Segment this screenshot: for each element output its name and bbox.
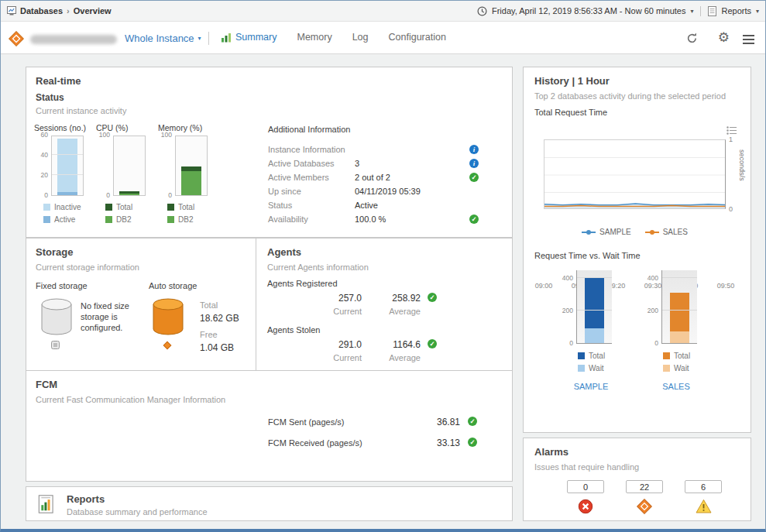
header-divider	[208, 32, 209, 45]
status-title: Status	[36, 92, 64, 103]
agents-registered-average: 258.92	[373, 293, 421, 304]
sales-database-link[interactable]: SALES	[643, 382, 709, 391]
ok-status-icon	[469, 173, 479, 182]
chart-plot	[175, 136, 208, 196]
auto-total-label: Total	[200, 300, 218, 310]
tab-memory-label: Memory	[297, 32, 331, 43]
info-row-label: Status	[268, 201, 292, 210]
total-request-time-chart[interactable]	[544, 139, 726, 209]
info-row-value: 2 out of 2	[355, 173, 390, 182]
agents-stolen-label: Agents Stolen	[267, 325, 321, 335]
request-vs-wait-label: Request Time vs. Wait Time	[534, 251, 641, 260]
fcm-panel: FCM Current Fast Communication Manager I…	[26, 370, 513, 482]
storage-title: Storage	[36, 246, 73, 258]
current-label: Current	[303, 307, 362, 316]
chart-menu-icon[interactable]	[726, 126, 737, 135]
agents-registered-label: Agents Registered	[267, 279, 338, 288]
databases-icon	[7, 6, 16, 15]
stacked-bar	[585, 278, 604, 343]
sessions-chart: Sessions (no.) 0204060 InactiveActive	[34, 123, 96, 228]
menu-icon[interactable]	[743, 33, 754, 46]
info-row-value: 04/11/2019 05:39	[355, 187, 421, 196]
breadcrumb-databases[interactable]: Databases	[20, 6, 63, 15]
gear-icon[interactable]: ⚙	[718, 31, 730, 44]
warning-count-value: 6	[701, 482, 706, 492]
chart-legend: TotalDB2	[158, 203, 220, 224]
fixed-storage-cylinder-icon	[39, 297, 74, 336]
instance-header: Whole Instance ▾ Summary Memory Log Conf…	[1, 21, 765, 54]
chart-plot	[661, 270, 697, 344]
info-icon[interactable]	[469, 159, 479, 168]
critical-alarm-count[interactable]: 22	[626, 480, 663, 493]
history-title: History | 1 Hour	[534, 75, 610, 87]
average-label: Average	[373, 353, 421, 362]
reports-panel[interactable]: Reports Database summary and performance	[26, 486, 513, 521]
realtime-title: Real-time	[36, 75, 81, 87]
info-row-label: Up since	[268, 187, 301, 196]
reports-panel-icon	[37, 494, 57, 514]
chart-legend: TotalWait	[643, 352, 709, 372]
memory-chart: Memory (%) 0100 TotalDB2	[158, 123, 220, 228]
ok-status-icon	[469, 215, 479, 224]
scope-selector[interactable]: Whole Instance ▾	[125, 33, 201, 44]
fatal-count-value: 0	[583, 482, 588, 492]
fixed-storage-message: No fixed size storage is configured.	[81, 300, 149, 333]
top-bar: Databases › Overview Friday, April 12, 2…	[1, 1, 765, 21]
chart-legend: TotalWait	[558, 352, 624, 372]
breadcrumb: Databases › Overview	[7, 1, 112, 21]
clock-icon	[477, 6, 487, 16]
realtime-panel: Real-time Status Current instance activi…	[26, 67, 513, 238]
time-range-caret-icon[interactable]: ▾	[690, 8, 693, 15]
reports-panel-title[interactable]: Reports	[67, 493, 105, 505]
info-icon[interactable]	[469, 145, 479, 154]
reports-panel-subtitle: Database summary and performance	[67, 507, 208, 517]
history-panel: History | 1 Hour Top 2 databases activit…	[523, 67, 751, 433]
agents-stolen-current: 291.0	[303, 339, 362, 350]
info-row-label: Active Databases	[268, 159, 335, 168]
alarms-title: Alarms	[534, 446, 568, 458]
reports-icon	[708, 6, 716, 16]
info-row-label: Availability	[268, 215, 308, 224]
sales-request-wait-chart[interactable]: 0200400 TotalWait SALES	[643, 269, 709, 391]
tab-configuration[interactable]: Configuration	[389, 32, 446, 43]
fatal-alarm-icon[interactable]	[578, 499, 593, 514]
info-row-label: Instance Information	[268, 145, 345, 154]
reports-caret-icon[interactable]: ▾	[756, 8, 759, 15]
tab-bar: Summary Memory Log Configuration	[221, 32, 446, 43]
fcm-subtitle: Current Fast Communication Manager Infor…	[36, 395, 225, 404]
fixed-storage-label: Fixed storage	[36, 281, 88, 290]
info-row-value: 100.0 %	[355, 215, 386, 224]
warning-alarm-icon[interactable]	[696, 499, 712, 514]
summary-icon	[221, 32, 232, 43]
tab-log[interactable]: Log	[352, 32, 369, 43]
chart-plot	[576, 270, 612, 344]
fcm-received-value: 33.13	[398, 438, 460, 448]
time-range-selector[interactable]: Friday, April 12, 2019 8:56:33 AM - Now …	[492, 6, 685, 15]
agents-subtitle: Current Agents information	[267, 263, 369, 272]
reports-menu[interactable]: Reports	[721, 6, 751, 15]
critical-alarm-icon[interactable]	[637, 499, 652, 514]
history-subtitle: Top 2 databases activity during the sele…	[534, 91, 744, 101]
sample-database-link[interactable]: SAMPLE	[558, 382, 624, 391]
cpu-chart: CPU (%) 0100 TotalDB2	[96, 123, 158, 228]
alarms-panel: Alarms Issues that require handling 0 22…	[523, 438, 751, 521]
fatal-alarm-count[interactable]: 0	[567, 480, 604, 493]
fcm-received-label: FCM Received (pages/s)	[268, 438, 362, 448]
chart-plot	[113, 136, 146, 196]
tab-summary[interactable]: Summary	[221, 32, 277, 43]
app-window: Databases › Overview Friday, April 12, 2…	[0, 0, 766, 532]
refresh-icon[interactable]	[685, 32, 699, 45]
tab-memory[interactable]: Memory	[297, 32, 331, 43]
fcm-sent-value: 36.81	[398, 417, 460, 427]
warning-alarm-count[interactable]: 6	[685, 480, 722, 493]
y-axis: 0100	[158, 136, 175, 196]
breadcrumb-current: Overview	[74, 6, 112, 15]
y-axis: 0200400	[558, 270, 576, 344]
fcm-title: FCM	[36, 379, 57, 390]
info-row-label: Active Members	[268, 173, 329, 182]
fixed-storage-status-icon	[51, 341, 60, 349]
agents-panel: Agents Current Agents information Agents…	[256, 238, 513, 371]
storage-panel: Storage Current storage information Fixe…	[26, 238, 256, 371]
sample-request-wait-chart[interactable]: 0200400 TotalWait SAMPLE	[558, 269, 624, 391]
chart-legend: InactiveActive	[34, 203, 96, 224]
